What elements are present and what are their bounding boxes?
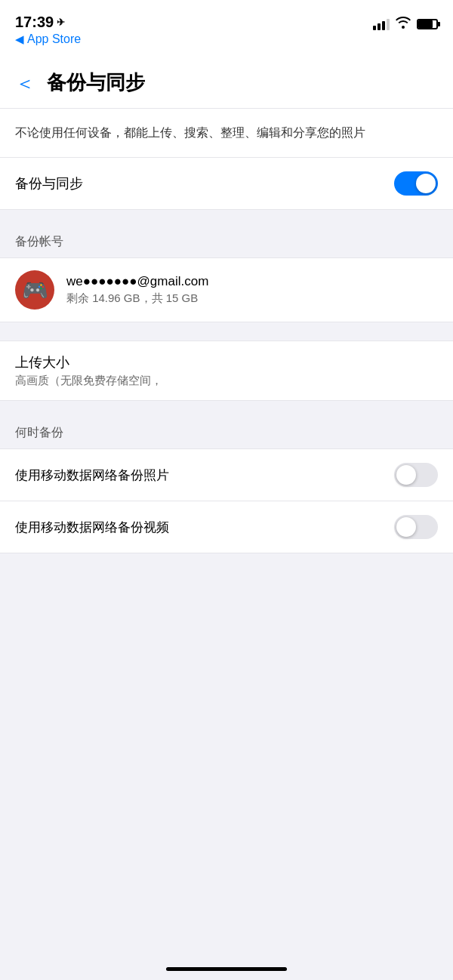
mobile-photo-row: 使用移动数据网络备份照片: [0, 449, 453, 501]
status-right: [373, 14, 438, 32]
battery-icon: [417, 19, 438, 29]
mobile-video-row: 使用移动数据网络备份视频: [0, 501, 453, 553]
description-section: 不论使用任何设备，都能上传、搜索、整理、编辑和分享您的照片: [0, 109, 453, 158]
back-chevron-icon[interactable]: ◀: [15, 32, 24, 46]
backup-sync-row: 备份与同步: [0, 158, 453, 210]
mobile-photo-toggle[interactable]: [394, 463, 438, 487]
when-backup-section: 使用移动数据网络备份照片 使用移动数据网络备份视频: [0, 448, 453, 553]
content: 不论使用任何设备，都能上传、搜索、整理、编辑和分享您的照片 备份与同步 备份帐号…: [0, 109, 453, 553]
backup-sync-label: 备份与同步: [15, 174, 83, 193]
upload-subtitle: 高画质（无限免费存储空间，: [15, 374, 438, 388]
account-storage: 剩余 14.96 GB，共 15 GB: [66, 291, 208, 306]
mobile-photo-label: 使用移动数据网络备份照片: [15, 467, 169, 484]
app-store-back[interactable]: ◀ App Store: [15, 32, 81, 46]
upload-section: 上传大小 高画质（无限免费存储空间，: [0, 341, 453, 401]
page-header: ＜ 备份与同步: [0, 57, 453, 109]
upload-title: 上传大小: [15, 353, 438, 371]
back-button[interactable]: ＜: [15, 73, 35, 93]
when-backup-header: 何时备份: [0, 419, 453, 448]
toggle-thumb: [416, 174, 436, 193]
account-info: we●●●●●●●@gmail.com 剩余 14.96 GB，共 15 GB: [66, 274, 208, 306]
backup-sync-toggle[interactable]: [394, 171, 438, 196]
photo-toggle-thumb: [396, 465, 416, 485]
mobile-video-label: 使用移动数据网络备份视频: [15, 519, 169, 536]
video-toggle-thumb: [396, 517, 416, 537]
home-indicator: [166, 967, 287, 971]
description-text: 不论使用任何设备，都能上传、搜索、整理、编辑和分享您的照片: [15, 126, 365, 139]
backup-account-header: 备份帐号: [0, 228, 453, 257]
account-email: we●●●●●●●@gmail.com: [66, 274, 208, 289]
when-backup-label: 何时备份: [15, 426, 63, 439]
wifi-icon: [396, 17, 411, 32]
status-bar: 17:39 ✈ ◀ App Store: [0, 0, 453, 57]
backup-account-label: 备份帐号: [15, 235, 63, 248]
time-display: 17:39: [15, 14, 54, 31]
status-time: 17:39 ✈: [15, 14, 65, 31]
avatar: 🎮: [15, 270, 54, 310]
mobile-video-toggle[interactable]: [394, 515, 438, 539]
page-title: 备份与同步: [47, 69, 145, 96]
upload-row[interactable]: 上传大小 高画质（无限免费存储空间，: [0, 341, 453, 400]
location-icon: ✈: [57, 17, 65, 28]
avatar-emoji: 🎮: [22, 278, 48, 303]
account-section: 🎮 we●●●●●●●@gmail.com 剩余 14.96 GB，共 15 G…: [0, 257, 453, 322]
status-left: 17:39 ✈ ◀ App Store: [15, 14, 81, 46]
signal-icon: [373, 18, 390, 30]
app-store-label: App Store: [27, 32, 81, 46]
